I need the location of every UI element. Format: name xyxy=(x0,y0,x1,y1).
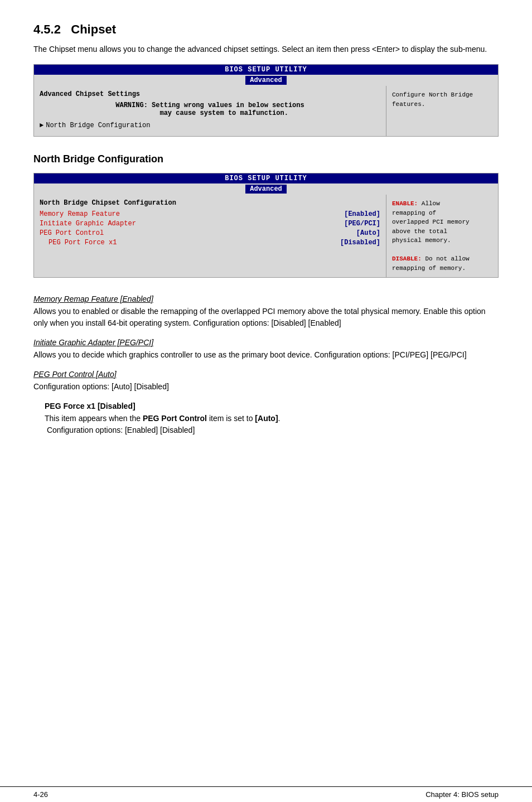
bios-header-2: BIOS SETUP UTILITY xyxy=(34,173,498,183)
initiate-graphic-desc: Initiate Graphic Adapter [PEG/PCI] Allow… xyxy=(33,338,499,361)
nb-bios-right: ENABLE: Allow remapping of overlapped PC… xyxy=(386,195,498,277)
initiate-graphic-desc-body: Allows you to decide which graphics cont… xyxy=(33,349,499,361)
chipset-right-text: Configure North Bridgefeatures. xyxy=(392,90,492,109)
peg-force-sub-title: PEG Force x1 [Disabled] xyxy=(45,402,499,410)
memory-remap-value: [Enabled] xyxy=(344,210,380,218)
peg-force-label: PEG Port Force x1 xyxy=(49,239,117,247)
memory-remap-label: Memory Remap Feature xyxy=(40,210,120,218)
enable-label: ENABLE: xyxy=(392,200,418,207)
initiate-graphic-desc-title: Initiate Graphic Adapter [PEG/PCI] xyxy=(33,338,499,347)
nb-bios-left: North Bridge Chipset Configuration Memor… xyxy=(34,195,386,277)
chipset-warning: WARNING: Setting wrong values in below s… xyxy=(40,102,380,117)
menu-arrow: ► xyxy=(40,122,43,129)
peg-port-control-label: PEG Port Control xyxy=(40,229,104,237)
peg-port-control-value: [Auto] xyxy=(356,229,380,237)
bios-tab-advanced-1: Advanced xyxy=(245,76,287,85)
footer-chapter: Chapter 4: BIOS setup xyxy=(425,790,499,799)
nb-right-text: ENABLE: Allow remapping of overlapped PC… xyxy=(392,199,492,273)
peg-port-control-row[interactable]: PEG Port Control [Auto] xyxy=(40,229,380,237)
chipset-bios-box: BIOS SETUP UTILITY Advanced Advanced Chi… xyxy=(33,64,499,137)
nb-bios-content: North Bridge Chipset Configuration Memor… xyxy=(34,195,498,277)
section-title: 4.5.2 Chipset xyxy=(33,22,499,37)
footer-page-number: 4-26 xyxy=(33,790,48,799)
north-bridge-menu-item[interactable]: ► North Bridge Configuration xyxy=(40,122,380,129)
bios-tab-advanced-2: Advanced xyxy=(245,185,287,194)
memory-remap-desc-body: Allows you to enabled or disable the rem… xyxy=(33,306,499,329)
peg-port-control-desc-title: PEG Port Control [Auto] xyxy=(33,370,499,379)
chipset-section-title: Advanced Chipset Settings xyxy=(40,90,380,98)
initiate-graphic-label: Initiate Graphic Adapter xyxy=(40,220,136,228)
sub-body-bold2: [Auto] xyxy=(255,414,278,423)
descriptions-section: Memory Remap Feature [Enabled] Allows yo… xyxy=(33,294,499,436)
bios-header-1: BIOS SETUP UTILITY xyxy=(34,65,498,75)
intro-text: The Chipset menu allows you to change th… xyxy=(33,44,499,55)
peg-force-sub-body: This item appears when the PEG Port Cont… xyxy=(45,413,499,436)
sub-body-prefix: This item appears when the xyxy=(45,414,143,423)
chipset-bios-content: Advanced Chipset Settings WARNING: Setti… xyxy=(34,86,498,136)
initiate-graphic-row[interactable]: Initiate Graphic Adapter [PEG/PCI] xyxy=(40,220,380,228)
bios-tab-row-2: Advanced xyxy=(34,183,498,195)
chipset-bios-left: Advanced Chipset Settings WARNING: Setti… xyxy=(34,86,386,136)
nb-section-heading: North Bridge Configuration xyxy=(33,153,499,165)
peg-port-control-desc-body: Configuration options: [Auto] [Disabled] xyxy=(33,381,499,393)
peg-force-row[interactable]: PEG Port Force x1 [Disabled] xyxy=(40,239,380,247)
bios-tab-row-1: Advanced xyxy=(34,75,498,86)
peg-port-control-desc: PEG Port Control [Auto] Configuration op… xyxy=(33,370,499,393)
disable-label: DISABLE: xyxy=(392,255,422,262)
sub-body-bold1: PEG Port Control xyxy=(143,414,207,423)
memory-remap-desc-title: Memory Remap Feature [Enabled] xyxy=(33,294,499,303)
nb-bios-box: BIOS SETUP UTILITY Advanced North Bridge… xyxy=(33,173,499,278)
nb-config-title: North Bridge Chipset Configuration xyxy=(40,199,380,207)
page-footer: 4-26 Chapter 4: BIOS setup xyxy=(0,786,532,802)
sub-body-mid: item is set to xyxy=(207,414,255,423)
memory-remap-desc: Memory Remap Feature [Enabled] Allows yo… xyxy=(33,294,499,329)
initiate-graphic-value: [PEG/PCI] xyxy=(344,220,380,228)
peg-force-sub-section: PEG Force x1 [Disabled] This item appear… xyxy=(45,402,499,436)
memory-remap-row[interactable]: Memory Remap Feature [Enabled] xyxy=(40,210,380,218)
nb-config-label: North Bridge Configuration xyxy=(46,122,150,129)
chipset-bios-right: Configure North Bridgefeatures. xyxy=(386,86,498,136)
peg-force-value: [Disabled] xyxy=(340,239,380,247)
